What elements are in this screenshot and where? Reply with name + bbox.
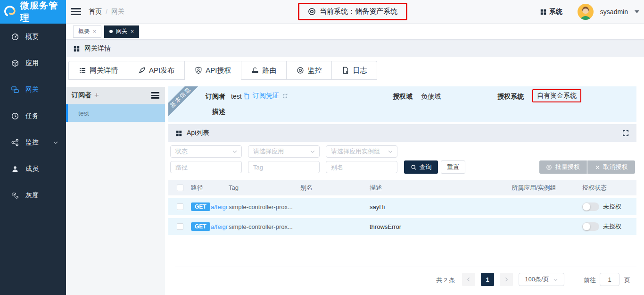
router-icon: [251, 67, 259, 74]
pagination: 共 2 条 1 100条/页 前往 页: [168, 273, 636, 287]
user-caret-down-icon[interactable]: [635, 10, 639, 13]
subscription-credential-link[interactable]: 订阅凭证: [243, 92, 288, 100]
tab-monitor[interactable]: 监控: [287, 61, 332, 80]
col-auth-status: 授权状态: [582, 180, 607, 195]
fullscreen-icon[interactable]: [622, 130, 629, 136]
subscriber-panel-header: 订阅者 +: [66, 87, 165, 104]
subscriber-panel: 订阅者 + test: [66, 87, 165, 295]
next-page-button[interactable]: [500, 273, 513, 286]
subscriber-menu-icon[interactable]: [151, 91, 159, 100]
eye-icon: [297, 67, 304, 74]
sidebar-item-monitor[interactable]: 监控: [0, 129, 66, 156]
gateway-icon: [11, 86, 19, 93]
auth-toggle[interactable]: [582, 202, 599, 211]
credential-label[interactable]: 订阅凭证: [253, 92, 279, 100]
tag-input[interactable]: [248, 161, 320, 173]
auth-status-text: 未授权: [603, 198, 621, 215]
sidebar-item-members[interactable]: 成员: [0, 156, 66, 182]
auth-status-text: 未授权: [603, 218, 621, 235]
tab-route[interactable]: 路由: [241, 61, 287, 80]
filter-row-2: 查询 重置 批量授权 取消授权: [168, 161, 636, 174]
col-alias: 别名: [300, 180, 313, 195]
menu-toggle-icon[interactable]: [71, 7, 81, 17]
current-page-button[interactable]: 1: [481, 273, 494, 286]
tab-overview[interactable]: 概要 ×: [73, 25, 101, 38]
cancel-authorize-label: 取消授权: [603, 163, 628, 171]
instance-placeholder: 请选择应用实例组: [331, 147, 388, 156]
logo-swirl-icon: [4, 5, 17, 19]
sidebar-item-overview[interactable]: 概要: [0, 24, 66, 50]
goto-page-input[interactable]: [600, 273, 619, 286]
system-menu[interactable]: 系统: [540, 8, 562, 16]
eye-icon: [546, 164, 552, 170]
status-select[interactable]: 状态: [170, 145, 242, 158]
app-title: 微服务管理: [20, 0, 66, 24]
open-tabs-strip: 概要 × 网关 ×: [66, 24, 644, 40]
auth-toggle[interactable]: [582, 222, 599, 231]
reset-label: 重置: [447, 163, 459, 171]
breadcrumb-home[interactable]: 首页: [89, 8, 102, 16]
reset-button[interactable]: 重置: [441, 160, 465, 174]
api-path-link[interactable]: a/feign: [211, 203, 228, 211]
batch-authorize-button[interactable]: 批量授权: [539, 160, 587, 174]
col-app-group: 所属应用/实例组: [512, 180, 556, 195]
avatar[interactable]: [578, 4, 594, 20]
tab-label: 网关详情: [90, 66, 118, 75]
ribbon-wrap: 基本信息: [168, 86, 198, 117]
auth-system-label: 授权系统: [495, 93, 524, 101]
copy-icon[interactable]: [243, 93, 250, 100]
tab-label: 路由: [262, 66, 276, 75]
row-checkbox[interactable]: [177, 223, 183, 230]
search-label: 查询: [420, 163, 432, 171]
instance-group-select[interactable]: 请选择应用实例组: [326, 145, 397, 158]
app-placeholder: 请选择应用: [253, 147, 310, 156]
tab-label: API授权: [206, 66, 231, 75]
x-icon: [595, 165, 600, 170]
current-system-chip[interactable]: 当前系统：储备资产系统: [298, 3, 407, 20]
sidebar-item-tasks[interactable]: 任务: [0, 103, 66, 129]
dashboard-icon: [11, 33, 19, 41]
chevron-down-icon: [232, 149, 238, 154]
sidebar-label: 概要: [25, 33, 39, 41]
detail-tabs: 网关详情 API发布 API授权 路由 监控: [68, 61, 377, 80]
row-checkbox[interactable]: [177, 203, 183, 210]
basic-info-ribbon: 基本信息: [168, 86, 198, 117]
tab-api-auth[interactable]: API授权: [185, 61, 241, 80]
chevron-left-icon: [466, 277, 471, 282]
sidebar-item-apps[interactable]: 应用: [0, 50, 66, 76]
close-icon[interactable]: ×: [93, 28, 96, 35]
prev-page-button[interactable]: [462, 273, 475, 286]
tab-gateway-detail[interactable]: 网关详情: [69, 61, 128, 80]
sidebar-item-gateway[interactable]: 网关: [0, 76, 66, 103]
sidebar-label: 任务: [25, 112, 39, 120]
rocket-icon: [138, 67, 146, 74]
subscriber-list-item[interactable]: test: [66, 104, 165, 122]
shield-icon: [195, 67, 202, 74]
add-subscriber-button[interactable]: +: [94, 91, 99, 100]
tab-gateway[interactable]: 网关 ×: [104, 25, 139, 38]
tab-api-publish[interactable]: API发布: [128, 61, 185, 80]
grid-icon: [176, 130, 182, 136]
tab-logs[interactable]: 日志: [332, 61, 377, 80]
username: sysadmin: [600, 8, 628, 16]
table-bottom-divider: [175, 267, 636, 267]
col-desc: 描述: [370, 180, 382, 195]
task-clock-icon: [11, 112, 19, 120]
page-size-select[interactable]: 100条/页: [519, 273, 564, 286]
app-select[interactable]: 请选择应用: [248, 145, 320, 158]
main-content: 基本信息 订阅者 test 订阅凭证 描述 授权域 负债域 授权系统 自有资金系…: [168, 86, 636, 295]
refresh-icon[interactable]: [282, 93, 288, 99]
cancel-authorize-button[interactable]: 取消授权: [587, 160, 635, 174]
desc-field-label: 描述: [203, 108, 225, 116]
sidebar-label: 成员: [25, 165, 39, 173]
close-icon[interactable]: ×: [131, 28, 134, 35]
breadcrumb-separator: /: [106, 8, 107, 16]
sidebar-item-grayscale[interactable]: 灰度: [0, 182, 66, 209]
path-input[interactable]: [170, 161, 242, 173]
select-all-checkbox[interactable]: [177, 185, 183, 191]
api-path-link[interactable]: a/feign: [211, 223, 228, 230]
tab-label: 概要: [78, 27, 90, 35]
alias-input[interactable]: [326, 161, 397, 173]
search-button[interactable]: 查询: [404, 160, 438, 174]
topbar-right: 系统 sysadmin: [540, 0, 639, 24]
